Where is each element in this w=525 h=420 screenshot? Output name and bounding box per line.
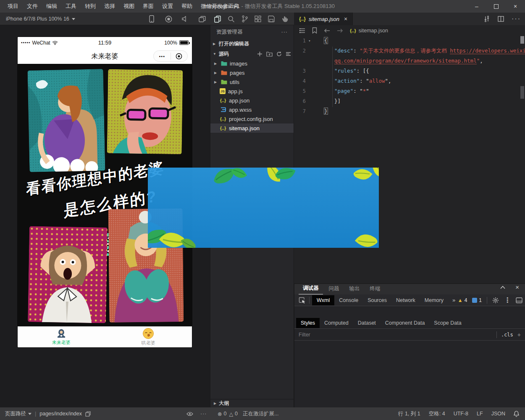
menu-项目[interactable]: 项目: [3, 0, 23, 13]
device-selector[interactable]: iPhone 6/7/8 Plus 100% 16: [6, 13, 75, 25]
cursor-position[interactable]: 行 1, 列 1: [398, 410, 420, 417]
inspector-tab-dataset[interactable]: Dataset: [353, 318, 381, 328]
style-filter-row: .cls +: [294, 329, 525, 341]
record-icon[interactable]: [164, 14, 173, 24]
panel-tab-终端[interactable]: 终端: [366, 284, 385, 294]
tab-close-icon[interactable]: ×: [344, 16, 347, 22]
editor-more-icon[interactable]: ···: [512, 15, 521, 23]
menu-设置[interactable]: 设置: [158, 0, 177, 13]
encoding-setting[interactable]: UTF-8: [454, 411, 468, 417]
menu-选择[interactable]: 选择: [100, 0, 119, 13]
tree-item-sitemap.json[interactable]: {..}sitemap.json: [210, 123, 294, 133]
bookmark-icon[interactable]: [312, 27, 317, 34]
inspect-element-icon[interactable]: [299, 297, 306, 304]
info-count-badge[interactable]: 1: [472, 297, 482, 303]
breadcrumb[interactable]: {..} sitemap.json: [350, 28, 388, 34]
capsule-exit-icon[interactable]: [171, 53, 188, 60]
panel-tab-问题[interactable]: 问题: [325, 284, 344, 294]
capsule-menu[interactable]: •••: [153, 50, 188, 62]
cls-toggle[interactable]: .cls: [501, 332, 513, 338]
floating-image-overlay[interactable]: [148, 168, 379, 248]
explorer-more-icon[interactable]: ···: [281, 29, 288, 35]
inspector-tab-scope-data[interactable]: Scope Data: [429, 318, 466, 328]
error-count[interactable]: ⊗0: [218, 411, 226, 417]
devtools-kebab-icon[interactable]: ⋮: [504, 296, 511, 304]
tree-item-pages[interactable]: ▶pages: [210, 68, 294, 77]
warning-count-badge[interactable]: ▲ 4: [458, 297, 467, 303]
menu-文件[interactable]: 文件: [23, 0, 42, 13]
save-icon[interactable]: [267, 14, 276, 24]
phone-mode-icon[interactable]: [147, 14, 156, 24]
menu-编辑[interactable]: 编辑: [42, 0, 61, 13]
back-arrow-icon[interactable]: [324, 28, 330, 33]
inspector-tab-styles[interactable]: Styles: [296, 318, 320, 328]
refresh-icon[interactable]: [276, 51, 282, 57]
multi-window-icon[interactable]: [197, 14, 207, 24]
close-panel-icon[interactable]: ×: [515, 286, 519, 289]
menu-帮助[interactable]: 帮助: [177, 0, 197, 13]
tree-item-app.wxss[interactable]: app.wxss: [210, 105, 294, 114]
git-branch-icon[interactable]: [240, 14, 249, 24]
editor-scrollbar[interactable]: [520, 36, 524, 284]
hand-tool-icon[interactable]: [280, 14, 289, 24]
menu-转到[interactable]: 转到: [81, 0, 100, 13]
new-file-icon[interactable]: [257, 51, 262, 57]
close-button[interactable]: ×: [506, 0, 525, 13]
style-filter-input[interactable]: [299, 332, 492, 338]
compare-changes-icon[interactable]: [483, 16, 490, 22]
page-path-value[interactable]: pages/index/index: [39, 411, 82, 417]
explorer-activity-icon[interactable]: [213, 14, 222, 24]
outline-list-icon[interactable]: [299, 28, 305, 33]
eol-setting[interactable]: LF: [477, 411, 483, 417]
mute-icon[interactable]: [181, 14, 190, 24]
menu-工具[interactable]: 工具: [61, 0, 81, 13]
devtools-tab-wxml[interactable]: Wxml: [312, 295, 334, 305]
open-editors-section[interactable]: ▶ 打开的编辑器: [210, 39, 294, 49]
language-mode[interactable]: JSON: [491, 411, 505, 417]
indent-setting[interactable]: 空格: 4: [429, 410, 445, 417]
tab-sitemap-json[interactable]: {..} sitemap.json ×: [294, 13, 353, 25]
tree-item-utils[interactable]: ▶utils: [210, 77, 294, 87]
tree-item-app.json[interactable]: {..}app.json: [210, 96, 294, 105]
devtools-tab-network[interactable]: Network: [391, 295, 420, 305]
scrollbar-thumb[interactable]: [520, 36, 524, 44]
fold-icon[interactable]: ▾: [306, 36, 313, 46]
collapse-all-icon[interactable]: [286, 51, 291, 57]
menu-视图[interactable]: 视图: [119, 0, 139, 13]
statusbar-more-icon[interactable]: ···: [200, 411, 207, 417]
warning-count[interactable]: △0: [229, 411, 238, 417]
phone-status-bar: ••••• WeChat 11:59 100%: [18, 37, 192, 48]
collapse-panel-icon[interactable]: [500, 286, 505, 289]
more-tabs-icon[interactable]: »: [452, 297, 455, 303]
copy-path-icon[interactable]: [85, 411, 91, 417]
visibility-icon[interactable]: [186, 412, 193, 416]
search-icon[interactable]: [226, 14, 236, 24]
split-editor-icon[interactable]: [498, 16, 504, 22]
devtools-tab-memory[interactable]: Memory: [420, 295, 448, 305]
console-drawer-icon[interactable]: [516, 297, 522, 303]
add-style-icon[interactable]: +: [517, 331, 521, 338]
source-section[interactable]: ▼ 源码: [210, 49, 294, 59]
new-folder-icon[interactable]: [266, 51, 273, 57]
minimize-button[interactable]: –: [467, 0, 486, 13]
devtools-settings-icon[interactable]: [492, 297, 499, 304]
tree-item-images[interactable]: ▶images: [210, 59, 294, 68]
extensions-icon[interactable]: [253, 14, 262, 24]
inspector-tab-computed[interactable]: Computed: [320, 318, 353, 328]
tab-coax-wife[interactable]: 哄老婆: [105, 327, 192, 347]
tab-future-wife[interactable]: 未来老婆: [18, 327, 105, 347]
notifications-bell-icon[interactable]: [514, 411, 519, 417]
panel-tab-调试器[interactable]: 调试器: [299, 284, 323, 294]
page-path-selector[interactable]: 页面路径: [5, 410, 32, 417]
devtools-tab-sources[interactable]: Sources: [363, 295, 391, 305]
capsule-more-icon[interactable]: •••: [154, 54, 171, 59]
forward-arrow-icon[interactable]: [337, 28, 343, 33]
inspector-tab-component-data[interactable]: Component Data: [381, 318, 430, 328]
menu-界面[interactable]: 界面: [139, 0, 158, 13]
panel-tab-输出[interactable]: 输出: [345, 284, 364, 294]
tree-item-project.config.json[interactable]: {..}project.config.json: [210, 114, 294, 123]
devtools-tab-console[interactable]: Console: [334, 295, 363, 305]
outline-section[interactable]: ▶ 大纲: [210, 399, 294, 407]
maximize-button[interactable]: [486, 0, 506, 13]
tree-item-app.js[interactable]: JSapp.js: [210, 87, 294, 96]
